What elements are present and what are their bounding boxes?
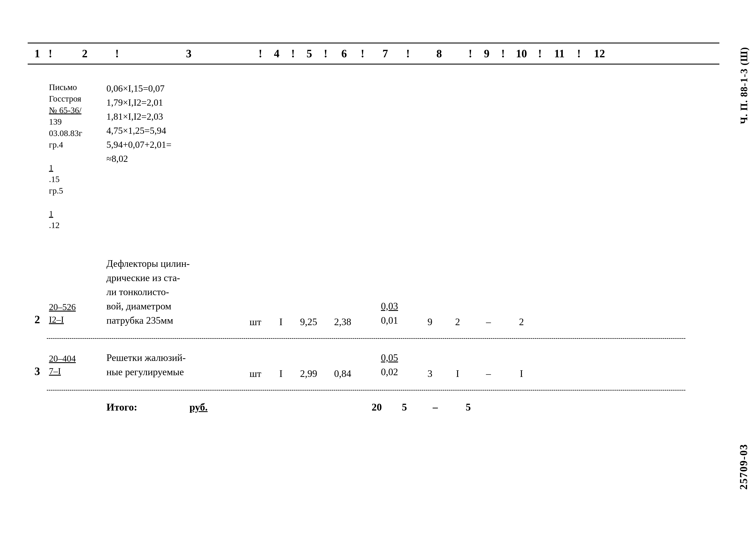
row-1-number: [28, 82, 47, 83]
sep-9: !: [501, 47, 505, 60]
header-col-4: 4: [264, 47, 289, 60]
row-1-ref-line3: № 65-36/: [49, 104, 106, 116]
itogo-row: Итого: руб. 20 5 – 5: [28, 397, 719, 417]
row-2-desc: Дефлекторы цилин- дрические из ста- ли т…: [106, 256, 243, 328]
row-1-col9: [417, 82, 443, 83]
row-3-col5: I: [268, 367, 294, 379]
row-2-col12: 2: [504, 315, 538, 328]
row-2-col8-line1: 0,03: [362, 299, 417, 314]
itogo-unit: руб.: [189, 401, 215, 413]
header-col-8: 8: [411, 47, 467, 60]
row-2-col9: 9: [417, 315, 443, 328]
row-2-col8: 0,03 0,01: [362, 298, 417, 328]
row-2-col5: I: [268, 315, 294, 328]
row-2-desc-line4: вой, диаметром: [106, 299, 243, 314]
itogo-col9: 20: [364, 401, 389, 413]
row-3-desc-line2: ные регулируемые: [106, 365, 243, 379]
row-1-desc-line2: 1,79×I,I2=2,01: [106, 96, 243, 110]
row-3-col7: 0,84: [324, 367, 362, 379]
sep-2: !: [115, 47, 119, 60]
row-1-ref-line7: 1.15: [49, 150, 106, 185]
row-2-col6: 9,25: [294, 315, 324, 328]
row-1-ref-line6: гр.4: [49, 139, 106, 150]
row-1-col7: [324, 82, 362, 83]
row-1-col8: [362, 82, 417, 83]
row-3-number: 3: [28, 363, 47, 379]
row-1-desc-line4: 4,75×1,25=5,94: [106, 124, 243, 138]
page: 1 ! 2 ! 3 ! 4 ! 5 ! 6 ! 7 ! 8 ! 9 ! 10 !…: [0, 0, 756, 543]
row-2-ref: 20–526 I2–I: [47, 301, 106, 328]
header-col-9: 9: [474, 47, 500, 60]
row-2-col8-line2: 0,01: [362, 314, 417, 328]
row-2-col10: 2: [443, 315, 473, 328]
row-1-col10: [443, 82, 473, 83]
header-col-3: 3: [121, 47, 257, 60]
row-1-col6: [294, 82, 324, 83]
header-col-1: 1: [28, 47, 47, 60]
table-row-2: 2 20–526 I2–I Дефлекторы цилин- дрически…: [28, 252, 719, 332]
right-bottom-text: 25709-03: [737, 444, 750, 490]
table-row-3: 3 20–404 7–I Решетки жалюзий- ные регули…: [28, 345, 719, 383]
itogo-label: Итого:: [106, 401, 189, 413]
main-content: 1 ! 2 ! 3 ! 4 ! 5 ! 6 ! 7 ! 8 ! 9 ! 10 !…: [28, 43, 719, 417]
row-1-col12: [504, 82, 538, 83]
sep-6: !: [361, 47, 364, 60]
row-3-col10: I: [443, 367, 473, 379]
row-2-desc-line3: ли тонколисто-: [106, 285, 243, 299]
row-3-col9: 3: [417, 367, 443, 379]
row-2-col11: –: [473, 315, 504, 328]
sep-8: !: [468, 47, 472, 60]
sep-10: !: [538, 47, 542, 60]
row-3-col8-line2: 0,02: [362, 365, 417, 379]
row-3-ref: 20–404 7–I: [47, 353, 106, 379]
row-1-ref: Письмо Госстроя № 65-36/ 139 03.08.83г г…: [47, 82, 106, 231]
sep-4: !: [291, 47, 295, 60]
row-3-col8: 0,05 0,02: [362, 350, 417, 379]
sep-3: !: [259, 47, 262, 60]
header-col-11: 11: [543, 47, 575, 60]
itogo-col12: 5: [451, 401, 485, 413]
header-col-10: 10: [507, 47, 536, 60]
header-col-12: 12: [583, 47, 617, 60]
itogo-col11: –: [419, 401, 451, 413]
row-1-ref-line1: Письмо: [49, 82, 106, 93]
row-1-desc: 0,06×I,15=0,07 1,79×I,I2=2,01 1,81×I,I2=…: [106, 82, 243, 166]
row-1-col11: [473, 82, 504, 83]
right-top-text: Ч. П. 88-1-3 (Ш): [738, 47, 750, 124]
row-2-desc-line5: патрубка 235мм: [106, 314, 243, 328]
divider-before-itogo: [47, 390, 685, 391]
row-1-ref-line2: Госстроя: [49, 93, 106, 104]
row-3-col11: –: [473, 367, 504, 379]
header-col-5: 5: [296, 47, 322, 60]
row-1-ref-line4: 139: [49, 116, 106, 127]
row-3-col8-line1: 0,05: [362, 351, 417, 365]
sep-7: !: [406, 47, 410, 60]
sep-1: !: [49, 47, 52, 60]
row-3-col4: шт: [243, 367, 268, 379]
row-1-desc-line3: 1,81×I,I2=2,03: [106, 110, 243, 124]
row-2-desc-line1: Дефлекторы цилин-: [106, 256, 243, 271]
itogo-col10: 5: [389, 401, 419, 413]
row-1-ref-line8: гр.5: [49, 185, 106, 196]
row-2-number: 2: [28, 312, 47, 328]
row-2-col7: 2,38: [324, 315, 362, 328]
row-3-desc-line1: Решетки жалюзий-: [106, 351, 243, 365]
header-row: 1 ! 2 ! 3 ! 4 ! 5 ! 6 ! 7 ! 8 ! 9 ! 10 !…: [28, 43, 719, 64]
row-3-ref-line2: 7–I: [49, 365, 106, 378]
row-1-col4: [243, 82, 268, 83]
sep-5: !: [324, 47, 327, 60]
header-col-7: 7: [366, 47, 404, 60]
row-1-ref-line9: 1.12: [49, 196, 106, 231]
divider-2-3: [47, 338, 685, 339]
row-3-col6: 2,99: [294, 367, 324, 379]
row-2-ref-line1: 20–526: [49, 301, 106, 314]
row-2-desc-line2: дрические из ста-: [106, 271, 243, 285]
row-1-desc-line1: 0,06×I,15=0,07: [106, 82, 243, 96]
header-col-2: 2: [54, 47, 113, 60]
row-1-ref-line5: 03.08.83г: [49, 127, 106, 139]
header-col-6: 6: [329, 47, 359, 60]
row-1-desc-line5: 5,94+0,07+2,01=: [106, 138, 243, 152]
table-row-1: Письмо Госстроя № 65-36/ 139 03.08.83г г…: [28, 77, 719, 235]
row-2-col4: шт: [243, 315, 268, 328]
row-1-col5: [268, 82, 294, 83]
